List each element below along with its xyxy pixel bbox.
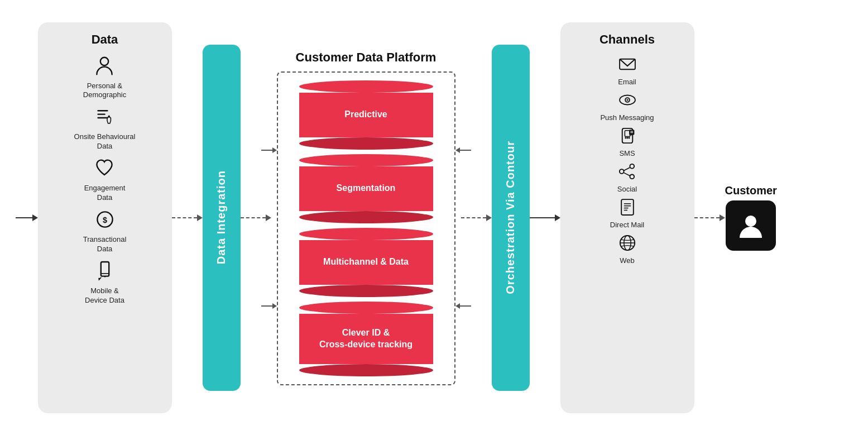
share-icon <box>617 162 636 184</box>
engagement-label: EngagementData <box>84 184 126 203</box>
db-gap-1 <box>299 150 433 154</box>
db-bottom-3 <box>299 285 433 297</box>
svg-point-4 <box>108 116 109 117</box>
direct-mail-label: Direct Mail <box>610 221 644 229</box>
entry-arrowhead <box>32 214 38 221</box>
push-label: Push Messaging <box>600 113 654 122</box>
db-body-1: Predictive <box>299 93 433 137</box>
data-item-engagement: EngagementData <box>84 157 126 203</box>
customer-title: Customer <box>725 184 777 197</box>
orchestration-column: Orchestration Via Contour <box>492 45 530 391</box>
arrow-from-multi <box>455 303 471 309</box>
svg-point-34 <box>745 216 756 227</box>
personal-label: Personal &Demographic <box>83 82 126 101</box>
solid-line <box>530 217 555 218</box>
customer-section: Customer <box>725 184 777 251</box>
sms-label: SMS <box>619 149 635 157</box>
svg-point-0 <box>100 57 108 65</box>
svg-rect-2 <box>97 114 105 115</box>
cursor-icon <box>94 106 116 131</box>
svg-rect-1 <box>97 110 108 111</box>
data-item-mobile: Mobile &Device Data <box>85 260 124 305</box>
channel-email: Email <box>618 55 637 86</box>
customer-box <box>726 200 776 251</box>
db-layer-multichannel: Multichannel & Data <box>299 228 433 297</box>
svg-point-23 <box>630 174 635 179</box>
channel-direct-mail: Direct Mail <box>610 198 644 229</box>
arrow-1 <box>197 214 203 221</box>
cdp-title: Customer Data Platform <box>296 50 437 65</box>
data-item-onsite: Onsite BehaviouralData <box>74 106 136 151</box>
db-layers: Predictive Segmentation <box>284 80 449 376</box>
svg-point-21 <box>630 164 635 168</box>
arrow-to-clever <box>261 303 277 309</box>
db-body-2: Segmentation <box>299 166 433 211</box>
mobile-label: Mobile &Device Data <box>85 286 124 305</box>
arrow-4 <box>720 214 725 221</box>
db-layer-predictive: Predictive <box>299 80 433 150</box>
channel-web: Web <box>618 233 637 265</box>
db-top-1 <box>299 80 433 93</box>
db-top-2 <box>299 154 433 166</box>
svg-point-13 <box>626 99 628 101</box>
person-icon <box>93 55 116 80</box>
orchestration-label: Orchestration Via Contour <box>504 141 517 294</box>
dollar-icon: $ <box>94 208 116 233</box>
social-label: Social <box>617 185 637 193</box>
svg-point-22 <box>620 169 624 174</box>
sms-icon <box>618 126 637 148</box>
data-item-personal: Personal &Demographic <box>83 55 126 101</box>
svg-point-16 <box>625 137 626 138</box>
eye-icon <box>618 90 637 112</box>
heart-icon <box>93 157 116 182</box>
svg-point-18 <box>628 137 630 138</box>
arrow-from-pred <box>455 147 471 153</box>
db-gap-2 <box>299 223 433 228</box>
cdp-right-arrows <box>455 73 471 384</box>
svg-line-25 <box>624 173 630 175</box>
svg-text:$: $ <box>102 215 107 224</box>
onsite-label: Onsite BehaviouralData <box>74 132 136 151</box>
web-label: Web <box>620 256 635 265</box>
channels-panel: Channels Email Push Messaging <box>560 22 694 413</box>
solid-arrow <box>555 214 560 221</box>
cdp-section: Customer Data Platform <box>271 50 461 385</box>
data-panel: Data Personal &Demographic <box>38 22 172 413</box>
data-item-transactional: $ TransactionalData <box>83 208 127 254</box>
channels-panel-title: Channels <box>600 32 655 47</box>
db-layer-segmentation: Segmentation <box>299 154 433 223</box>
doc-icon <box>618 198 637 219</box>
svg-point-17 <box>626 137 628 138</box>
db-gap-3 <box>299 297 433 302</box>
channel-push: Push Messaging <box>600 90 654 122</box>
entry-line <box>16 217 32 218</box>
arrow-to-seg <box>261 147 277 153</box>
entry-arrow-left <box>16 214 38 221</box>
db-top-4 <box>299 302 433 314</box>
db-bottom-2 <box>299 211 433 223</box>
email-label: Email <box>618 78 636 86</box>
cdp-left-arrows <box>261 73 277 384</box>
db-body-4: Clever ID & Cross-device tracking <box>299 314 433 364</box>
dotted-line-4 <box>694 217 720 218</box>
connector-data-to-integration <box>172 214 203 221</box>
channel-social: Social <box>617 162 637 193</box>
svg-rect-26 <box>621 199 634 215</box>
integration-column: Data Integration <box>203 45 241 391</box>
connector-channels-to-customer <box>694 214 725 221</box>
email-icon <box>618 55 637 77</box>
globe-icon <box>618 233 637 255</box>
channel-sms: SMS <box>618 126 637 157</box>
transactional-label: TransactionalData <box>83 235 127 254</box>
connector-orch-to-channels <box>530 214 560 221</box>
db-top-3 <box>299 228 433 240</box>
data-panel-title: Data <box>92 32 118 47</box>
db-bottom-1 <box>299 137 433 150</box>
mobile-icon <box>94 260 116 285</box>
db-layer-clever: Clever ID & Cross-device tracking <box>299 302 433 376</box>
arrow-3 <box>486 214 492 221</box>
svg-point-9 <box>104 276 105 277</box>
svg-line-24 <box>624 168 630 170</box>
integration-label: Data Integration <box>215 170 228 264</box>
svg-rect-7 <box>100 262 108 276</box>
